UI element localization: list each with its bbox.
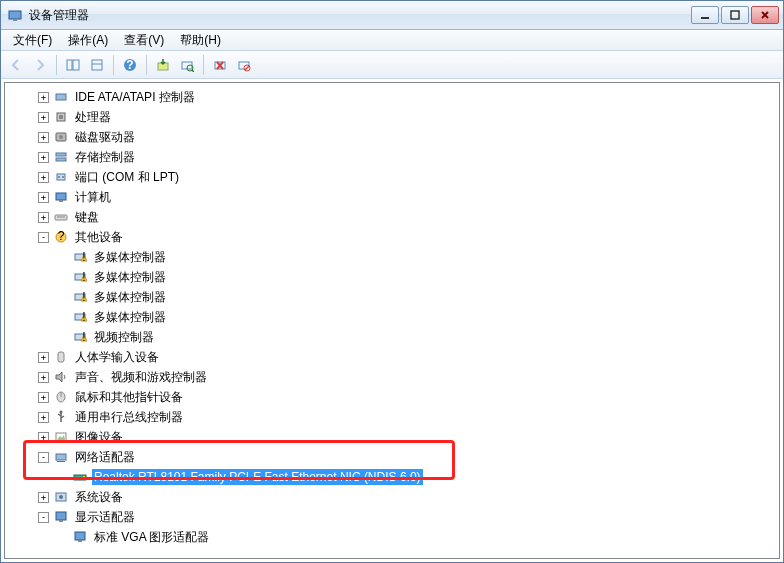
expander-icon[interactable]: + bbox=[38, 132, 49, 143]
uninstall-button[interactable] bbox=[209, 54, 231, 76]
tree-item-label: 系统设备 bbox=[73, 488, 125, 507]
titlebar[interactable]: 设备管理器 bbox=[1, 1, 783, 30]
tree-item[interactable]: +处理器 bbox=[5, 107, 779, 127]
tree-item-label: 多媒体控制器 bbox=[92, 268, 168, 287]
warn-icon: ! bbox=[72, 269, 88, 285]
expander-icon[interactable]: - bbox=[38, 512, 49, 523]
tree-item[interactable]: +计算机 bbox=[5, 187, 779, 207]
svg-rect-0 bbox=[9, 11, 21, 19]
svg-marker-54 bbox=[56, 372, 62, 382]
expander-icon[interactable]: + bbox=[38, 432, 49, 443]
tree-item-label: 多媒体控制器 bbox=[92, 288, 168, 307]
tree-item[interactable]: -网络适配器 bbox=[5, 447, 779, 467]
disable-button[interactable] bbox=[233, 54, 255, 76]
svg-text:!: ! bbox=[82, 310, 85, 324]
menu-file[interactable]: 文件(F) bbox=[5, 30, 60, 51]
svg-rect-3 bbox=[731, 11, 739, 19]
tree-item[interactable]: +声音、视频和游戏控制器 bbox=[5, 367, 779, 387]
device-manager-window: 设备管理器 文件(F) 操作(A) 查看(V) 帮助(H) bbox=[0, 0, 784, 563]
tree-item-label: 键盘 bbox=[73, 208, 101, 227]
hid-icon bbox=[53, 349, 69, 365]
tree-item[interactable]: +通用串行总线控制器 bbox=[5, 407, 779, 427]
tree-item-label: 处理器 bbox=[73, 108, 113, 127]
expander-icon[interactable]: + bbox=[38, 352, 49, 363]
disk-icon bbox=[53, 129, 69, 145]
expander-icon[interactable]: + bbox=[38, 112, 49, 123]
tree-item[interactable]: !视频控制器 bbox=[5, 327, 779, 347]
tree-item[interactable]: -?其他设备 bbox=[5, 227, 779, 247]
expander-icon[interactable]: - bbox=[38, 232, 49, 243]
menu-view[interactable]: 查看(V) bbox=[116, 30, 172, 51]
tree-item[interactable]: +存储控制器 bbox=[5, 147, 779, 167]
tree-item[interactable]: !多媒体控制器 bbox=[5, 287, 779, 307]
svg-rect-28 bbox=[56, 158, 66, 161]
tree-item-label: 显示适配器 bbox=[73, 508, 137, 527]
svg-point-30 bbox=[58, 176, 60, 178]
expander-icon[interactable]: + bbox=[38, 92, 49, 103]
expander-icon bbox=[57, 312, 68, 323]
tree-item[interactable]: +鼠标和其他指针设备 bbox=[5, 387, 779, 407]
toolbar-separator bbox=[113, 55, 114, 75]
toolbar-separator bbox=[146, 55, 147, 75]
tree-item[interactable]: +人体学输入设备 bbox=[5, 347, 779, 367]
device-tree[interactable]: +IDE ATA/ATAPI 控制器+处理器+磁盘驱动器+存储控制器+端口 (C… bbox=[5, 83, 779, 551]
svg-rect-67 bbox=[59, 520, 63, 522]
tree-item-label: IDE ATA/ATAPI 控制器 bbox=[73, 88, 197, 107]
port-icon bbox=[53, 169, 69, 185]
expander-icon[interactable]: + bbox=[38, 492, 49, 503]
menu-help[interactable]: 帮助(H) bbox=[172, 30, 229, 51]
warn-icon: ! bbox=[72, 289, 88, 305]
expander-icon[interactable]: + bbox=[38, 152, 49, 163]
tree-item[interactable]: !多媒体控制器 bbox=[5, 267, 779, 287]
cpu-icon bbox=[53, 109, 69, 125]
expander-icon[interactable]: + bbox=[38, 212, 49, 223]
help-button[interactable]: ? bbox=[119, 54, 141, 76]
maximize-button[interactable] bbox=[721, 6, 749, 24]
menu-action[interactable]: 操作(A) bbox=[60, 30, 116, 51]
show-hide-tree-button[interactable] bbox=[62, 54, 84, 76]
svg-text:!: ! bbox=[82, 290, 85, 304]
expander-icon[interactable]: + bbox=[38, 392, 49, 403]
expander-icon[interactable]: - bbox=[38, 452, 49, 463]
tree-item-label: 多媒体控制器 bbox=[92, 308, 168, 327]
svg-point-57 bbox=[60, 411, 63, 414]
expander-icon bbox=[57, 532, 68, 543]
svg-text:!: ! bbox=[82, 270, 85, 284]
warn-icon: ! bbox=[72, 249, 88, 265]
tree-item[interactable]: +图像设备 bbox=[5, 427, 779, 447]
svg-rect-24 bbox=[59, 115, 63, 119]
expander-icon[interactable]: + bbox=[38, 192, 49, 203]
scan-hardware-button[interactable] bbox=[176, 54, 198, 76]
tree-item-label: 声音、视频和游戏控制器 bbox=[73, 368, 209, 387]
tree-item[interactable]: +系统设备 bbox=[5, 487, 779, 507]
svg-line-15 bbox=[192, 70, 194, 72]
tree-item[interactable]: -显示适配器 bbox=[5, 507, 779, 527]
svg-rect-22 bbox=[56, 94, 66, 100]
tree-item[interactable]: Realtek RTL8101 Family PCI-E Fast Ethern… bbox=[5, 467, 779, 487]
svg-rect-53 bbox=[58, 352, 64, 362]
svg-rect-63 bbox=[83, 476, 85, 479]
tree-item[interactable]: +端口 (COM 和 LPT) bbox=[5, 167, 779, 187]
expander-icon[interactable]: + bbox=[38, 372, 49, 383]
window-title: 设备管理器 bbox=[29, 7, 689, 24]
expander-icon bbox=[57, 272, 68, 283]
tree-item[interactable]: +键盘 bbox=[5, 207, 779, 227]
tree-item[interactable]: !多媒体控制器 bbox=[5, 307, 779, 327]
expander-icon[interactable]: + bbox=[38, 412, 49, 423]
svg-rect-66 bbox=[56, 512, 66, 520]
keyboard-icon bbox=[53, 209, 69, 225]
tree-item[interactable]: 标准 VGA 图形适配器 bbox=[5, 527, 779, 547]
network-icon bbox=[53, 449, 69, 465]
view-button[interactable] bbox=[86, 54, 108, 76]
minimize-button[interactable] bbox=[691, 6, 719, 24]
tree-item[interactable]: +IDE ATA/ATAPI 控制器 bbox=[5, 87, 779, 107]
tree-pane[interactable]: +IDE ATA/ATAPI 控制器+处理器+磁盘驱动器+存储控制器+端口 (C… bbox=[4, 82, 780, 559]
svg-rect-27 bbox=[56, 153, 66, 156]
update-driver-button[interactable] bbox=[152, 54, 174, 76]
tree-item[interactable]: +磁盘驱动器 bbox=[5, 127, 779, 147]
tree-item[interactable]: !多媒体控制器 bbox=[5, 247, 779, 267]
svg-rect-6 bbox=[67, 60, 72, 70]
nic-icon bbox=[72, 469, 88, 485]
expander-icon[interactable]: + bbox=[38, 172, 49, 183]
close-button[interactable] bbox=[751, 6, 779, 24]
